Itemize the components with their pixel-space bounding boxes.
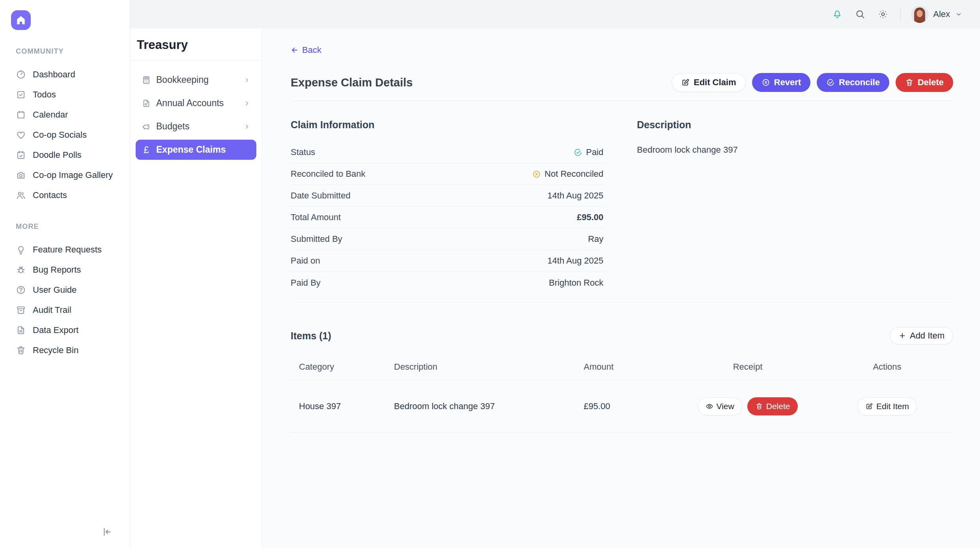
claim-row-paid-on: Paid on 14th Aug 2025: [291, 250, 603, 272]
cell-category: House 397: [291, 401, 394, 411]
treasury-item-expense-claims[interactable]: £ Expense Claims: [136, 140, 256, 160]
sidebar-collapse-button[interactable]: [101, 526, 112, 538]
claim-row-total-amount: Total Amount £95.00: [291, 207, 603, 228]
sidebar-item-label: Dashboard: [33, 69, 75, 80]
items-table-header: Category Description Amount Receipt Acti…: [291, 362, 953, 380]
items-table: Category Description Amount Receipt Acti…: [291, 362, 953, 433]
claim-row-value: Ray: [588, 234, 603, 244]
sidebar-item-data-export[interactable]: Data Export: [0, 320, 130, 340]
sidebar-item-label: Co-op Image Gallery: [33, 170, 113, 180]
delete-claim-button[interactable]: Delete: [896, 73, 953, 92]
claim-row-value: £95.00: [577, 212, 603, 223]
poll-calendar-icon: [16, 150, 26, 160]
sidebar-item-todos[interactable]: Todos: [0, 84, 130, 105]
sidebar-item-dashboard[interactable]: Dashboard: [0, 64, 130, 84]
sidebar-item-audit-trail[interactable]: Audit Trail: [0, 300, 130, 320]
community-section-label: COMMUNITY: [0, 47, 130, 56]
claim-row-submitted-by: Submitted By Ray: [291, 228, 603, 250]
sidebar-item-bug-reports[interactable]: Bug Reports: [0, 260, 130, 280]
claim-row-value: 14th Aug 2025: [547, 256, 603, 266]
bell-icon[interactable]: [832, 9, 843, 20]
bug-icon: [16, 265, 26, 275]
delete-item-label: Delete: [766, 402, 790, 411]
sidebar-item-label: Co-op Socials: [33, 130, 87, 140]
chevron-right-icon: [243, 123, 250, 130]
file-text-icon: [142, 99, 151, 108]
col-header-receipt: Receipt: [733, 362, 763, 372]
todo-check-icon: [16, 90, 26, 100]
calendar-icon: [16, 110, 26, 120]
camera-icon: [16, 170, 26, 180]
treasury-item-label: Annual Accounts: [156, 98, 243, 108]
check-circle-icon: [573, 148, 582, 157]
file-icon: [16, 325, 26, 335]
sidebar-item-label: Data Export: [33, 325, 78, 335]
treasury-item-budgets[interactable]: Budgets: [136, 116, 256, 137]
sidebar-item-label: Doodle Polls: [33, 150, 82, 160]
more-section-label: MORE: [0, 223, 130, 231]
sidebar-item-coop-image-gallery[interactable]: Co-op Image Gallery: [0, 165, 130, 185]
sidebar-item-label: User Guide: [33, 285, 77, 295]
edit-icon: [681, 78, 690, 87]
claim-info-heading: Claim Information: [291, 119, 603, 131]
reconcile-button[interactable]: Reconcile: [817, 73, 889, 92]
sidebar-item-feature-requests[interactable]: Feature Requests: [0, 239, 130, 260]
cell-amount: £95.00: [584, 401, 702, 411]
claim-row-value: Paid: [586, 147, 603, 157]
user-menu[interactable]: Alex: [911, 6, 963, 23]
archive-icon: [16, 305, 26, 315]
edit-icon: [865, 402, 873, 410]
section-divider: [291, 302, 953, 303]
claim-row-label: Total Amount: [291, 212, 341, 223]
edit-item-button[interactable]: Edit Item: [857, 397, 917, 415]
app-logo[interactable]: [11, 10, 31, 30]
treasury-item-label: Budgets: [156, 121, 243, 132]
sidebar-item-contacts[interactable]: Contacts: [0, 185, 130, 205]
header-divider: [291, 101, 953, 101]
revert-label: Revert: [774, 77, 801, 88]
sidebar-item-label: Contacts: [33, 190, 67, 200]
sidebar-item-recycle-bin[interactable]: Recycle Bin: [0, 340, 130, 360]
topbar-divider: [900, 7, 901, 21]
claim-row-label: Reconciled to Bank: [291, 169, 366, 179]
back-link[interactable]: Back: [291, 45, 321, 55]
sidebar-item-coop-socials[interactable]: Co-op Socials: [0, 125, 130, 145]
lightbulb-icon: [16, 245, 26, 255]
chevron-right-icon: [243, 77, 250, 84]
claim-row-paid-by: Paid By Brighton Rock: [291, 272, 603, 294]
trash-icon: [905, 78, 914, 87]
col-header-description: Description: [394, 362, 584, 372]
sidebar-item-label: Todos: [33, 90, 56, 100]
claim-row-label: Submitted By: [291, 234, 342, 244]
chevron-down-icon: [955, 10, 963, 18]
treasury-item-label: Expense Claims: [156, 144, 250, 155]
description-heading: Description: [637, 119, 953, 131]
check-circle-icon: [826, 78, 835, 87]
treasury-panel: Treasury Bookkeeping Annual Accounts Bud…: [130, 28, 262, 548]
help-circle-icon: [16, 285, 26, 295]
edit-claim-button[interactable]: Edit Claim: [672, 73, 746, 92]
sidebar-item-doodle-polls[interactable]: Doodle Polls: [0, 145, 130, 165]
main-content: Back Expense Claim Details Edit Claim Re…: [262, 28, 980, 548]
treasury-item-bookkeeping[interactable]: Bookkeeping: [136, 70, 256, 90]
topbar: Alex: [130, 0, 980, 28]
claim-row-label: Paid By: [291, 278, 321, 288]
claim-row-date-submitted: Date Submitted 14th Aug 2025: [291, 185, 603, 207]
sidebar-item-calendar[interactable]: Calendar: [0, 105, 130, 125]
description-text: Bedroom lock change 397: [637, 145, 953, 155]
sidebar-item-label: Bug Reports: [33, 265, 81, 275]
brightness-icon[interactable]: [877, 9, 889, 20]
sidebar-item-user-guide[interactable]: User Guide: [0, 280, 130, 300]
revert-button[interactable]: Revert: [752, 73, 810, 92]
delete-item-button[interactable]: Delete: [747, 397, 798, 415]
view-receipt-button[interactable]: View: [698, 397, 742, 415]
claim-row-value: 14th Aug 2025: [547, 191, 603, 201]
delete-claim-label: Delete: [918, 77, 944, 88]
trash-icon: [16, 345, 26, 355]
treasury-item-annual-accounts[interactable]: Annual Accounts: [136, 93, 256, 113]
search-icon[interactable]: [855, 9, 866, 20]
items-heading: Items (1): [291, 330, 331, 342]
add-item-button[interactable]: Add Item: [890, 327, 953, 344]
edit-claim-label: Edit Claim: [694, 77, 736, 88]
sidebar-item-label: Calendar: [33, 110, 68, 120]
